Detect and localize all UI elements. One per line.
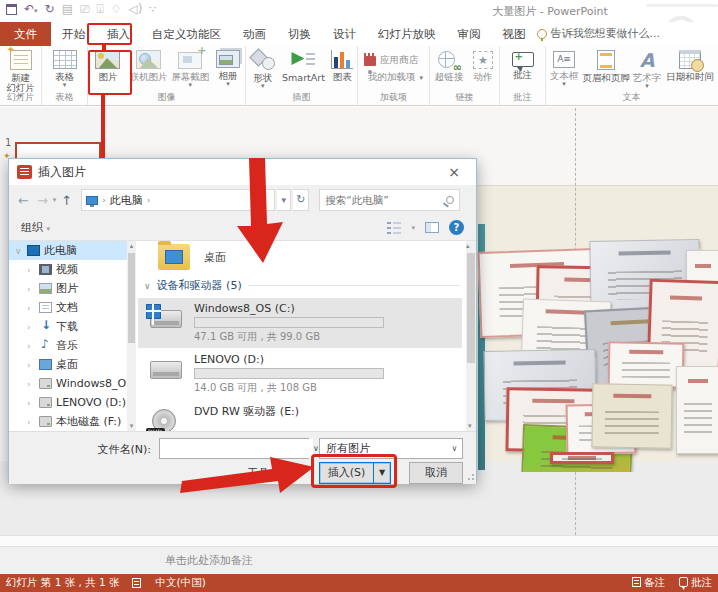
tab-slideshow[interactable]: 幻灯片放映	[367, 22, 447, 46]
tree-item-videos[interactable]: ›视频	[9, 260, 127, 279]
tell-me-box[interactable]: 告诉我您想要做什么...	[537, 22, 661, 46]
insert-dropdown-icon[interactable]: ▼	[373, 463, 390, 483]
spellcheck-icon[interactable]	[132, 578, 141, 588]
audio-icon[interactable]: ◁)	[129, 2, 143, 16]
scroll-up-icon[interactable]: ▴	[466, 242, 470, 250]
photo-album-button[interactable]: 相册▾	[211, 47, 245, 87]
tab-insert[interactable]: 插入	[96, 22, 141, 46]
tree-item-desktop[interactable]: ›桌面	[9, 355, 127, 374]
slide-show-icon[interactable]: ▤	[62, 2, 73, 16]
tab-view[interactable]: 视图	[492, 22, 537, 46]
notes-toggle[interactable]: 备注	[632, 576, 665, 590]
organize-button[interactable]: 组织 ▾	[21, 220, 50, 235]
tab-transitions[interactable]: 切换	[277, 22, 322, 46]
address-dropdown-icon[interactable]: ▾	[277, 189, 291, 211]
touch-mode-icon[interactable]: ♢	[111, 2, 122, 16]
file-list-scrollbar[interactable]: ▴ ▾	[466, 241, 476, 431]
search-box[interactable]	[319, 189, 460, 211]
language-label[interactable]: 中文(中国)	[156, 576, 206, 590]
scroll-up-icon[interactable]: ▴	[127, 242, 136, 250]
tree-item-pictures[interactable]: ›图片	[9, 279, 127, 298]
picture-icon	[95, 50, 120, 69]
close-icon[interactable]: ×	[440, 160, 468, 184]
tree-item-this-pc[interactable]: ∨此电脑	[9, 241, 127, 260]
up-icon[interactable]: ↑	[58, 193, 75, 208]
refresh-icon[interactable]: ↻	[293, 189, 309, 211]
print-icon[interactable]: ⎚	[80, 2, 90, 16]
lightbulb-icon	[537, 29, 547, 39]
resize-grip[interactable]	[466, 474, 474, 482]
desktop-icon	[39, 359, 52, 370]
tab-file[interactable]: 文件	[0, 22, 51, 46]
search-input[interactable]	[325, 194, 446, 206]
my-addins-button[interactable]: 我的加载项▾	[364, 71, 423, 84]
undo-icon[interactable]: ↶▾	[24, 2, 38, 16]
filename-combobox[interactable]: ∨	[159, 438, 309, 459]
filetype-select[interactable]: 所有图片 ∨	[319, 438, 463, 459]
store-button[interactable]: 应用商店	[364, 54, 423, 67]
desktop-folder-label: 桌面	[204, 250, 226, 265]
address-bar[interactable]: › 此电脑 ›	[81, 189, 275, 211]
action-button[interactable]: ★ 动作	[468, 47, 498, 82]
disk-usage-bar	[194, 368, 384, 379]
breadcrumb[interactable]: 此电脑	[110, 193, 143, 208]
tab-review[interactable]: 审阅	[447, 22, 492, 46]
drive-item-c[interactable]: Windows8_OS (C:) 47.1 GB 可用 , 共 99.0 GB	[138, 298, 462, 348]
comments-toggle[interactable]: 批注	[679, 576, 712, 590]
scroll-down-icon[interactable]: ▾	[127, 422, 136, 430]
date-time-button[interactable]: 日期和时间	[664, 47, 716, 82]
forward-icon[interactable]: →	[34, 193, 51, 208]
online-pictures-button[interactable]: 联机图片	[128, 47, 170, 82]
chart-button[interactable]: 图表	[327, 47, 357, 82]
shapes-icon	[251, 50, 275, 70]
tab-custom-ribbon[interactable]: 自定义功能区	[141, 22, 232, 46]
tree-item-documents[interactable]: ›文档	[9, 298, 127, 317]
notes-panel[interactable]: 单击此处添加备注	[0, 547, 718, 574]
cancel-button[interactable]: 取消	[409, 462, 463, 484]
devices-section-header[interactable]: ∨ 设备和驱动器 (5)	[136, 272, 466, 297]
preview-pane-icon[interactable]	[425, 222, 439, 233]
tree-item-c-drive[interactable]: ›Windows8_OS	[9, 374, 127, 393]
views-dropdown-icon[interactable]: ▾	[411, 224, 415, 232]
save-icon[interactable]	[6, 4, 17, 15]
filename-input[interactable]	[160, 439, 313, 458]
drive-item-e[interactable]: DVD DVD RW 驱动器 (E:)	[138, 400, 462, 431]
dvd-drive-icon: DVD	[148, 408, 184, 431]
tree-item-f-drive[interactable]: ›本地磁盘 (F:)	[9, 412, 127, 431]
notes-splitter[interactable]	[0, 535, 718, 547]
recent-locations-icon[interactable]: ▾	[53, 196, 57, 204]
tools-button[interactable]: 工具	[247, 466, 269, 481]
redo-icon[interactable]: ↻	[45, 2, 55, 16]
this-pc-icon	[86, 196, 98, 205]
comment-button[interactable]: 批注	[500, 47, 545, 80]
drive-item-d[interactable]: LENOVO (D:) 14.0 GB 可用 , 共 108 GB	[138, 349, 462, 399]
tab-home[interactable]: 开始	[51, 22, 96, 46]
tab-design[interactable]: 设计	[322, 22, 367, 46]
header-footer-button[interactable]: 页眉和页脚	[582, 47, 630, 83]
textbox-button[interactable]: A≡ 文本框▾	[546, 47, 582, 87]
pictures-button[interactable]: 图片	[88, 47, 128, 82]
table-button[interactable]: 表格▾	[42, 47, 87, 88]
shapes-button[interactable]: 形状▾	[246, 47, 280, 89]
tree-scrollbar[interactable]: ▴ ▾	[127, 241, 136, 431]
customize-qat-icon[interactable]: ⸪	[149, 3, 155, 15]
tree-item-music[interactable]: ›音乐	[9, 336, 127, 355]
screenshot-button[interactable]: 屏幕截图▾	[169, 47, 211, 88]
tree-item-d-drive[interactable]: ›LENOVO (D:)	[9, 393, 127, 412]
start-from-beginning-icon[interactable]: ⍗	[97, 2, 104, 16]
views-icon[interactable]	[387, 222, 401, 234]
dialog-toolbar: 组织 ▾ ▾ ?	[9, 215, 476, 241]
notes-placeholder[interactable]: 单击此处添加备注	[165, 553, 253, 568]
scroll-down-icon[interactable]: ▾	[468, 422, 472, 430]
help-icon[interactable]: ?	[449, 220, 464, 235]
dialog-title-bar[interactable]: 插入图片 ×	[9, 159, 476, 185]
desktop-folder-item[interactable]: 桌面	[136, 241, 466, 272]
insert-button[interactable]: 插入(S) ▼	[319, 462, 391, 484]
chevron-down-icon[interactable]: ∨	[313, 439, 319, 458]
smartart-button[interactable]: SmartArt	[280, 47, 328, 83]
wordart-button[interactable]: A 艺术字▾	[630, 47, 664, 89]
back-icon[interactable]: ←	[15, 193, 32, 208]
hyperlink-button[interactable]: 超链接	[430, 47, 468, 82]
tab-animations[interactable]: 动画	[232, 22, 277, 46]
tree-item-downloads[interactable]: ›下载	[9, 317, 127, 336]
